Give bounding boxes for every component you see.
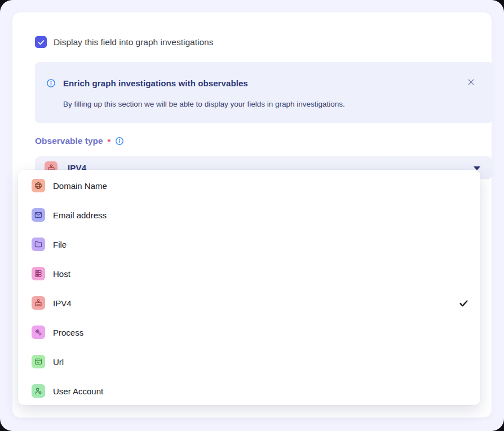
field-info-icon[interactable] <box>115 137 124 146</box>
info-icon <box>46 78 56 88</box>
close-icon[interactable] <box>466 77 476 87</box>
item-label: Url <box>53 357 64 367</box>
item-badge <box>32 179 45 192</box>
check-icon <box>458 386 469 397</box>
item-label: Process <box>53 328 83 337</box>
observable-type-dropdown: Domain Name Email address File Host IPV4… <box>18 170 480 405</box>
dropdown-item[interactable]: Host <box>18 259 480 288</box>
check-icon <box>458 357 469 367</box>
server-icon <box>34 269 43 278</box>
item-badge <box>32 238 45 251</box>
browser-url-icon <box>34 357 43 366</box>
gears-icon <box>34 328 43 337</box>
banner-description: By filling up this section we will be ab… <box>63 100 345 108</box>
dropdown-item[interactable]: Email address <box>18 200 480 230</box>
banner-title: Enrich graph investigations with observa… <box>63 78 248 88</box>
item-label: IPV4 <box>53 298 72 308</box>
check-icon <box>458 181 469 191</box>
checkbox-label: Display this field into graph investigat… <box>54 37 213 47</box>
item-label: Email address <box>53 210 107 220</box>
dropdown-item[interactable]: File <box>18 230 480 259</box>
item-label: File <box>53 240 67 249</box>
item-badge <box>32 355 45 368</box>
check-icon <box>458 269 469 279</box>
panel-background: Display this field into graph investigat… <box>0 0 504 431</box>
item-badge <box>32 384 45 398</box>
dropdown-item[interactable]: IPV4 <box>18 288 480 318</box>
item-badge <box>32 267 45 280</box>
info-banner: Enrich graph investigations with observa… <box>35 62 493 123</box>
dropdown-item[interactable]: Process <box>18 318 480 347</box>
check-icon <box>458 298 469 309</box>
check-icon <box>458 239 469 250</box>
globe-icon <box>34 181 43 190</box>
check-icon <box>458 327 469 338</box>
banner-title-row: Enrich graph investigations with observa… <box>46 78 248 88</box>
field-label: Observable type <box>35 136 103 146</box>
item-label: User Account <box>53 386 103 396</box>
folder-icon <box>34 240 43 249</box>
item-label: Host <box>53 269 70 279</box>
required-asterisk: * <box>108 137 111 146</box>
envelope-icon <box>34 210 43 219</box>
observable-type-label-row: Observable type * <box>35 136 124 146</box>
dropdown-item[interactable]: Url <box>18 347 480 376</box>
checkbox-check-icon <box>37 38 45 46</box>
item-badge <box>32 326 45 339</box>
dropdown-item[interactable]: Domain Name <box>18 171 480 200</box>
user-gear-icon <box>34 386 43 395</box>
check-icon <box>458 210 469 221</box>
ip-location-icon <box>34 298 43 307</box>
item-label: Domain Name <box>53 181 107 191</box>
graph-display-checkbox-row: Display this field into graph investigat… <box>35 36 213 48</box>
item-badge <box>32 296 45 310</box>
dropdown-list: Domain Name Email address File Host IPV4… <box>18 171 480 405</box>
graph-display-checkbox[interactable] <box>35 36 47 48</box>
item-badge <box>32 208 45 222</box>
dropdown-item[interactable]: User Account <box>18 376 480 405</box>
